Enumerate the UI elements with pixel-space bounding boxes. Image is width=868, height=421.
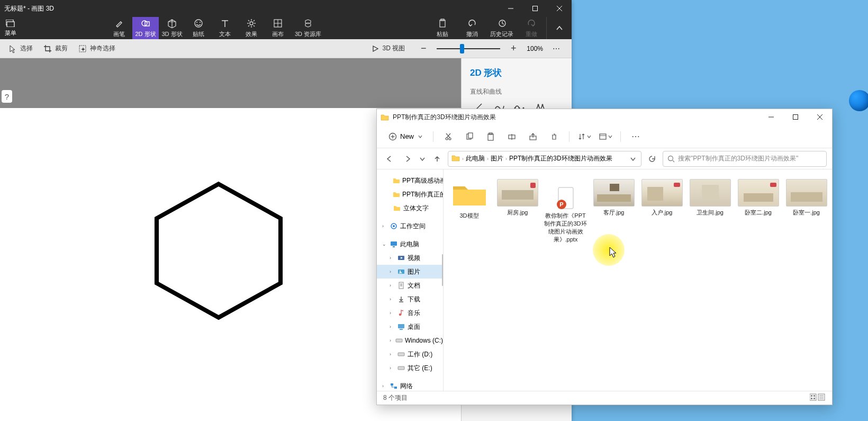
nav-workspace[interactable]: ›工作空间 [377,219,443,233]
paint3d-toolbar: 菜单 画笔 2D 形状 3D 形状 贴纸 文本 [0,17,572,39]
tab-canvas[interactable]: 画布 [265,17,291,39]
zoom-slider-thumb[interactable] [460,44,464,53]
explorer-command-bar: New ⋯ [377,125,832,148]
explorer-minimize-button[interactable] [759,109,783,125]
crop-tool[interactable]: 裁剪 [38,41,73,57]
svg-rect-5 [7,22,14,27]
paste-button[interactable] [482,128,499,145]
nav-desktop[interactable]: ›桌面 [377,320,443,334]
history-button[interactable]: 历史记录 [487,17,517,39]
file-grid[interactable]: 3D模型 厨房.jpg P 教你制作《PPT制作真正的3D环绕图片动画效果》.p… [444,169,832,391]
menu-button[interactable]: 菜单 [0,17,21,39]
help-hint[interactable]: ? [2,90,12,103]
explorer-titlebar: PPT制作真正的3D环绕图片动画效果 [377,109,832,125]
svg-line-55 [673,160,674,162]
file-item-image[interactable]: 卧室一.jpg [785,179,828,217]
file-item-pptx[interactable]: P 教你制作《PPT制作真正的3D环绕图片动画效果》.pptx [544,179,587,244]
undo-button[interactable]: 撤消 [457,17,487,39]
view-button[interactable] [597,128,614,145]
svg-rect-47 [488,134,493,140]
nav-downloads[interactable]: ›下载 [377,292,443,306]
svg-line-16 [248,20,249,21]
zoom-slider[interactable] [437,48,500,49]
file-label: 3D模型 [459,212,478,220]
paint3d-minimize-button[interactable] [499,0,523,17]
delete-button[interactable] [546,128,563,145]
file-item-image[interactable]: 入户.jpg [640,179,683,217]
nav-up-button[interactable] [430,151,445,166]
nav-thispc[interactable]: ⌄此电脑 [377,237,443,251]
more-options-button[interactable]: ⋯ [549,42,563,56]
share-button[interactable] [525,128,541,145]
file-item-image[interactable]: 卧室二.jpg [737,179,780,217]
paint3d-close-button[interactable] [547,0,572,17]
tab-effects[interactable]: 效果 [238,17,265,39]
tab-brushes[interactable]: 画笔 [106,17,132,39]
tab-text[interactable]: 文本 [212,17,238,39]
chevron-up-icon [556,24,563,32]
tab-3d-shapes[interactable]: 3D 形状 [159,17,185,39]
view-toggle[interactable] [810,393,826,402]
bc-folder[interactable]: PPT制作真正的3D环绕图片动画效果 [509,154,612,163]
nav-pictures[interactable]: ›图片 [377,265,443,279]
paste-button[interactable]: 粘贴 [428,17,457,39]
nav-recent-button[interactable] [418,151,427,166]
new-button[interactable]: New [384,130,427,143]
breadcrumb[interactable]: › 此电脑 › 图片 › PPT制作真正的3D环绕图片动画效果 [448,151,641,167]
svg-point-42 [449,138,451,140]
hexagon-shape[interactable] [138,177,307,325]
magic-select-tool[interactable]: 神奇选择 [73,41,121,57]
nav-music[interactable]: ›音乐 [377,306,443,320]
svg-line-44 [446,133,450,138]
refresh-button[interactable] [645,151,659,166]
svg-line-17 [254,25,255,26]
nav-network[interactable]: ›网络 [377,379,443,391]
nav-scrollbar[interactable] [442,254,443,286]
nav-quick-folder[interactable]: 立体文字 [377,201,443,215]
select-tool[interactable]: 选择 [3,41,38,57]
paint3d-maximize-button[interactable] [523,0,547,17]
tab-stickers[interactable]: 贴纸 [185,17,212,39]
collapse-panel-button[interactable] [546,17,572,39]
file-item-folder[interactable]: 3D模型 [448,179,491,220]
bc-pictures[interactable]: 图片 [491,154,503,163]
zoom-in-button[interactable]: + [507,42,520,56]
cut-button[interactable] [440,128,457,145]
more-button[interactable]: ⋯ [627,128,644,145]
nav-back-button[interactable] [382,151,397,166]
search-input[interactable]: 搜索"PPT制作真正的3D环绕图片动画效果" [663,151,827,167]
nav-quick-folder[interactable]: PPT制作真正的 [377,187,443,201]
nav-drive-d[interactable]: ›工作 (D:) [377,347,443,361]
zoom-out-button[interactable]: − [417,42,430,56]
explorer-maximize-button[interactable] [783,109,808,125]
svg-point-9 [196,22,197,23]
effects-icon [246,18,257,29]
copy-button[interactable] [461,128,478,145]
nav-drive-e[interactable]: ›其它 (E:) [377,361,443,375]
file-item-image[interactable]: 厨房.jpg [496,179,539,217]
svg-point-11 [250,22,253,25]
svg-rect-73 [391,383,393,386]
bc-dropdown[interactable] [628,156,638,162]
tab-3d-library[interactable]: 3D 资源库 [291,17,325,39]
tab-2d-shapes[interactable]: 2D 形状 [132,17,159,39]
nav-videos[interactable]: ›视频 [377,251,443,265]
file-item-image[interactable]: 卫生间.jpg [689,179,731,217]
sort-button[interactable] [576,128,593,145]
nav-quick-folder[interactable]: PPT高级感动画 [377,174,443,187]
explorer-nav-pane: PPT高级感动画 PPT制作真正的 立体文字 ›工作空间 ⌄此电脑 ›视频 ›图… [377,169,444,391]
file-item-image[interactable]: 客厅.jpg [592,179,635,217]
rename-button[interactable] [503,128,520,145]
view-3d-button[interactable]: 3D 视图 [366,41,411,57]
explorer-close-button[interactable] [808,109,832,125]
file-label: 客厅.jpg [603,209,625,217]
nav-documents[interactable]: ›文档 [377,279,443,292]
svg-rect-69 [400,329,403,330]
undo-icon [467,18,477,29]
nav-forward-button[interactable] [400,151,415,166]
explorer-window: PPT制作真正的3D环绕图片动画效果 New ⋯ › [376,109,833,405]
history-icon [496,18,507,29]
nav-drive-c[interactable]: ›Windows (C:) [377,334,443,347]
bc-pc[interactable]: 此电脑 [466,154,485,163]
redo-button[interactable]: 重做 [517,17,546,39]
